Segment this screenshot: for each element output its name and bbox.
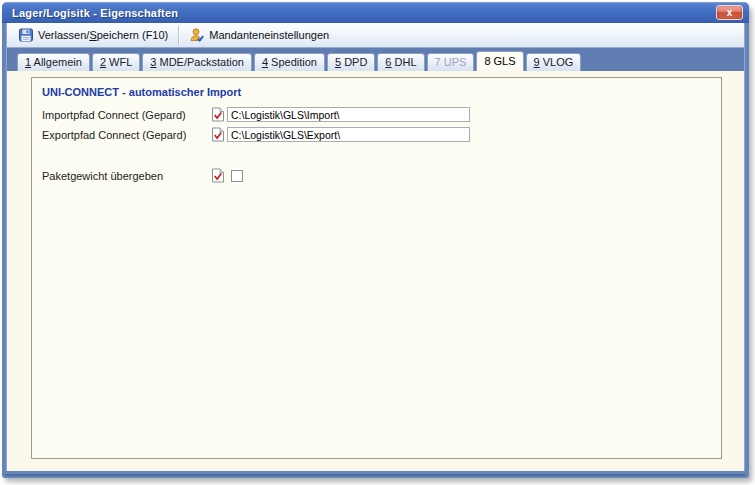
close-icon: x (727, 7, 733, 18)
paketgewicht-row: Paketgewicht übergeben (42, 167, 721, 184)
window-body: Verlassen/Speichern (F10) Mandanteneinst… (6, 23, 745, 471)
tab-mde-packstation[interactable]: 3 MDE/Packstation (142, 53, 252, 71)
save-exit-label: Verlassen/Speichern (F10) (38, 29, 168, 41)
section-title: UNI-CONNECT - automatischer Import (42, 86, 721, 98)
titlebar[interactable]: Lager/Logisitk - Eigenschaften x (2, 2, 749, 23)
mandanten-settings-label: Mandanteneinstellungen (209, 29, 329, 41)
save-exit-button[interactable]: Verlassen/Speichern (F10) (11, 25, 175, 46)
tab-dhl[interactable]: 6 DHL (377, 53, 424, 71)
spacer (42, 146, 721, 167)
paketgewicht-modified-check-icon[interactable] (211, 168, 225, 183)
importpfad-modified-check-icon[interactable] (211, 107, 225, 122)
save-floppy-icon (18, 27, 34, 43)
tab-spedition[interactable]: 4 Spedition (254, 53, 325, 71)
dialog-window: Lager/Logisitk - Eigenschaften x (2, 2, 749, 478)
tab-allgemein[interactable]: 1 Allgemein (17, 53, 90, 71)
paketgewicht-checkbox[interactable] (231, 170, 243, 182)
tab-gls[interactable]: 8 GLS (476, 51, 523, 71)
exportpfad-row: Exportpfad Connect (Gepard) (42, 126, 721, 143)
close-button[interactable]: x (716, 5, 743, 20)
exportpfad-modified-check-icon[interactable] (211, 127, 225, 142)
user-settings-icon (189, 27, 205, 43)
exportpfad-input[interactable] (227, 127, 470, 142)
mandanten-settings-button[interactable]: Mandanteneinstellungen (182, 25, 336, 46)
tab-ups: 7 UPS (427, 53, 475, 71)
gls-tab-page: UNI-CONNECT - automatischer Import Impor… (7, 71, 744, 471)
tab-wfl[interactable]: 2 WFL (92, 53, 140, 71)
importpfad-input[interactable] (227, 107, 470, 122)
importpfad-label: Importpfad Connect (Gepard) (42, 109, 211, 121)
paketgewicht-label: Paketgewicht übergeben (42, 170, 211, 182)
tab-strip: 1 Allgemein 2 WFL 3 MDE/Packstation 4 Sp… (7, 48, 744, 71)
toolbar-separator (178, 26, 179, 45)
tab-dpd[interactable]: 5 DPD (327, 53, 375, 71)
toolbar: Verlassen/Speichern (F10) Mandanteneinst… (7, 23, 744, 48)
gls-settings-groupbox: UNI-CONNECT - automatischer Import Impor… (31, 77, 722, 459)
importpfad-row: Importpfad Connect (Gepard) (42, 106, 721, 123)
tab-vlog[interactable]: 9 VLOG (526, 53, 582, 71)
exportpfad-label: Exportpfad Connect (Gepard) (42, 129, 211, 141)
window-title: Lager/Logisitk - Eigenschaften (12, 7, 716, 19)
